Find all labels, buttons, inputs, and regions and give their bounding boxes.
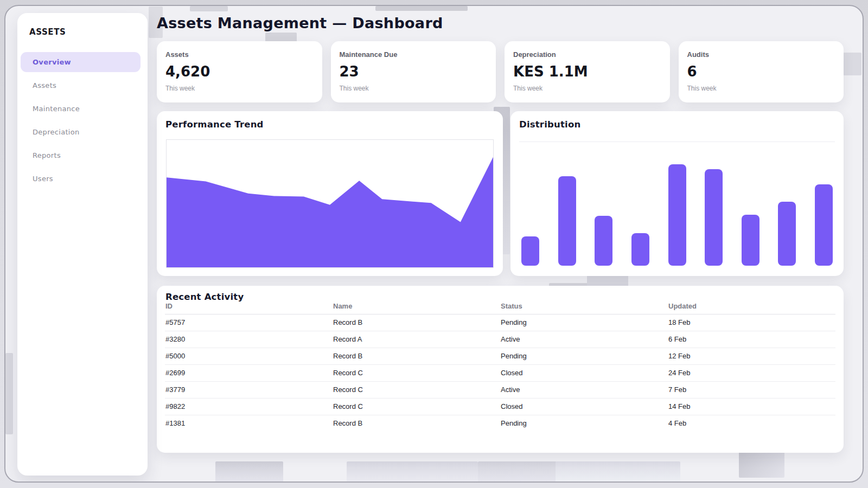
performance-trend-title: Performance Trend — [165, 119, 264, 130]
decorative-tile — [5, 353, 13, 434]
stats-row: Assets4,620This weekMaintenance Due23Thi… — [157, 41, 844, 102]
distribution-bar-8 — [778, 202, 796, 266]
sidebar-item-depreciation[interactable]: Depreciation — [21, 122, 141, 142]
stat-sub: This week — [165, 85, 314, 92]
area-chart-svg — [167, 140, 493, 267]
stat-card-audits: Audits6This week — [679, 41, 844, 102]
table-cell-updated: 14 Feb — [668, 399, 835, 415]
sidebar-item-users[interactable]: Users — [21, 169, 141, 189]
distribution-bar-2 — [558, 176, 576, 266]
sidebar-item-maintenance[interactable]: Maintenance — [21, 99, 141, 119]
table-cell-id: #3779 — [165, 382, 333, 399]
table-cell-updated: 4 Feb — [668, 415, 835, 432]
stat-card-depreciation: DepreciationKES 1.1MThis week — [505, 41, 670, 102]
area-series — [167, 157, 493, 267]
column-header-updated: Updated — [668, 299, 835, 314]
distribution-bar-6 — [705, 169, 723, 266]
decorative-tile — [843, 53, 861, 75]
table-cell-status: Closed — [500, 365, 668, 382]
table-cell-id: #9822 — [165, 399, 333, 415]
table-cell-name: Record C — [333, 365, 500, 382]
table-cell-updated: 12 Feb — [668, 348, 835, 365]
stat-value: 23 — [340, 63, 488, 80]
distribution-divider — [519, 142, 835, 142]
table-cell-status: Pending — [500, 348, 668, 365]
sidebar-brand: ASSETS — [29, 27, 148, 37]
table-cell-id: #1381 — [165, 415, 333, 432]
page-title: Assets Management — Dashboard — [157, 15, 443, 31]
stat-sub: This week — [513, 85, 661, 92]
table-header: IDNameStatusUpdated — [165, 299, 835, 314]
distribution-bar-5 — [668, 164, 686, 266]
stat-label: Maintenance Due — [340, 50, 488, 59]
table-row[interactable]: #9822Record CClosed14 Feb — [165, 399, 835, 415]
charts-row: Performance Trend Distribution — [157, 111, 844, 276]
table-cell-name: Record B — [333, 415, 500, 432]
main-content: Assets Management — Dashboard Assets4,62… — [157, 6, 844, 483]
table-cell-name: Record C — [333, 399, 500, 415]
table-cell-id: #2699 — [165, 365, 333, 382]
recent-activity-card: Recent Activity IDNameStatusUpdated #575… — [157, 286, 844, 453]
table-cell-updated: 24 Feb — [668, 365, 835, 382]
table-cell-name: Record B — [333, 348, 500, 365]
distribution-chart — [521, 163, 833, 266]
distribution-card: Distribution — [510, 111, 844, 276]
table-cell-name: Record B — [333, 314, 500, 331]
performance-trend-card: Performance Trend — [157, 111, 503, 276]
sidebar-nav: OverviewAssetsMaintenanceDepreciationRep… — [17, 52, 148, 189]
distribution-bar-7 — [742, 215, 760, 266]
table-row[interactable]: #5000Record BPending12 Feb — [165, 348, 835, 365]
stat-value: 4,620 — [165, 63, 314, 80]
recent-activity-title: Recent Activity — [165, 292, 244, 302]
stat-sub: This week — [687, 85, 835, 92]
distribution-title: Distribution — [519, 119, 580, 130]
sidebar: ASSETS OverviewAssetsMaintenanceDeprecia… — [17, 13, 148, 476]
table-row[interactable]: #1381Record BPending4 Feb — [165, 415, 835, 432]
distribution-bar-4 — [631, 233, 649, 266]
performance-trend-chart — [166, 139, 494, 268]
stat-card-assets: Assets4,620This week — [157, 41, 322, 102]
sidebar-item-assets[interactable]: Assets — [21, 75, 141, 95]
table-row[interactable]: #2699Record CClosed24 Feb — [165, 365, 835, 382]
stat-value: KES 1.1M — [513, 63, 661, 80]
stat-card-maintenance-due: Maintenance Due23This week — [331, 41, 496, 102]
table-cell-name: Record A — [333, 331, 500, 348]
table-cell-status: Closed — [500, 399, 668, 415]
table-row[interactable]: #3779Record CActive7 Feb — [165, 382, 835, 399]
table-cell-status: Pending — [500, 415, 668, 432]
distribution-bar-9 — [815, 184, 833, 266]
table-cell-id: #5757 — [165, 314, 333, 331]
table-cell-updated: 18 Feb — [668, 314, 835, 331]
table-cell-status: Active — [500, 382, 668, 399]
table-cell-updated: 7 Feb — [668, 382, 835, 399]
app-frame: ASSETS OverviewAssetsMaintenanceDeprecia… — [4, 5, 864, 483]
recent-activity-table: IDNameStatusUpdated #5757Record BPending… — [165, 299, 835, 432]
table-cell-id: #3280 — [165, 331, 333, 348]
stat-label: Assets — [165, 50, 314, 59]
sidebar-item-overview[interactable]: Overview — [21, 52, 141, 72]
stat-label: Audits — [687, 50, 835, 59]
stat-sub: This week — [340, 85, 488, 92]
distribution-bar-3 — [595, 216, 612, 266]
table-row[interactable]: #3280Record AActive6 Feb — [165, 331, 835, 348]
distribution-bar-1 — [521, 236, 539, 266]
table-cell-status: Active — [500, 331, 668, 348]
table-cell-updated: 6 Feb — [668, 331, 835, 348]
sidebar-item-reports[interactable]: Reports — [21, 145, 141, 165]
table-row[interactable]: #5757Record BPending18 Feb — [165, 314, 835, 331]
column-header-name: Name — [333, 299, 500, 314]
table-cell-name: Record C — [333, 382, 500, 399]
table-cell-status: Pending — [500, 314, 668, 331]
stat-label: Depreciation — [513, 50, 661, 59]
column-header-status: Status — [500, 299, 668, 314]
stat-value: 6 — [687, 63, 835, 80]
table-cell-id: #5000 — [165, 348, 333, 365]
